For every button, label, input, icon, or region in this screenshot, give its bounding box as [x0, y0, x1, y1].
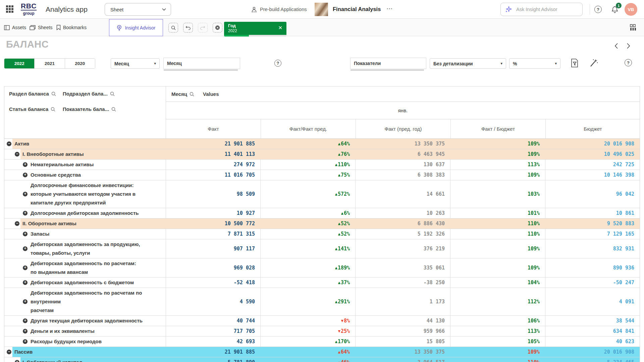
budget-value-cell[interactable]: 4 091: [545, 288, 640, 315]
expand-icon[interactable]: +: [23, 232, 28, 236]
year-button-2020[interactable]: 2020: [65, 59, 95, 68]
expand-icon[interactable]: +: [23, 339, 28, 344]
prev-year-value-cell[interactable]: 959 966: [355, 326, 450, 336]
column-header-fact-vs-prev[interactable]: Факт/Факт пред.: [261, 119, 356, 138]
row-name-cell[interactable]: +Другая текущая дебиторская задолженност…: [4, 316, 166, 326]
budget-value-cell[interactable]: 890 936: [545, 258, 640, 277]
delta-value-cell[interactable]: ▲110%: [260, 160, 355, 170]
budget-value-cell[interactable]: 10 146 398: [545, 170, 640, 180]
budget-value-cell[interactable]: 40 623: [545, 337, 640, 347]
budget-value-cell[interactable]: 832 931: [545, 239, 640, 258]
fact-vs-budget-cell[interactable]: 110%: [450, 229, 545, 239]
fact-vs-budget-cell[interactable]: 103%: [450, 180, 545, 208]
bookmarks-button[interactable]: Bookmarks: [56, 19, 87, 36]
budget-value-cell[interactable]: 10 496 025: [545, 149, 640, 159]
prev-year-value-cell[interactable]: 6 463 945: [355, 149, 450, 159]
budget-value-cell[interactable]: 20 016 908: [545, 139, 640, 149]
previous-sheet-button[interactable]: [614, 43, 618, 49]
delta-value-cell[interactable]: ▲170%: [260, 337, 355, 347]
search-icon[interactable]: [111, 107, 116, 112]
prev-year-value-cell[interactable]: 10 263: [355, 208, 450, 218]
delta-value-cell[interactable]: ▲76%: [260, 149, 355, 159]
fact-value-cell[interactable]: 11 401 113: [166, 149, 260, 159]
fact-value-cell[interactable]: 21 901 885: [166, 139, 260, 149]
prev-year-value-cell[interactable]: 15 805: [355, 337, 450, 347]
expand-icon[interactable]: +: [23, 265, 28, 270]
app-thumbnail[interactable]: [315, 3, 328, 16]
delta-value-cell[interactable]: ▲64%: [260, 347, 355, 357]
budget-value-cell[interactable]: 5 234 465: [545, 357, 640, 362]
dimension-pokazatel[interactable]: Показатель бала...: [63, 106, 116, 112]
fact-value-cell[interactable]: 10 927: [166, 208, 260, 218]
fact-vs-budget-cell[interactable]: 109%: [450, 170, 545, 180]
prev-year-value-cell[interactable]: 335 061: [355, 258, 450, 277]
search-icon[interactable]: [110, 92, 115, 96]
prev-year-value-cell[interactable]: 130 637: [355, 160, 450, 170]
column-header-prev-year[interactable]: Факт (пред. год): [356, 119, 450, 138]
row-name-cell[interactable]: −Актив: [4, 139, 166, 149]
month-listbox[interactable]: Месяц: [163, 58, 240, 69]
prev-year-value-cell[interactable]: 6 886 430: [355, 219, 450, 229]
delta-value-cell[interactable]: ▼8%: [260, 316, 355, 326]
column-header-budget[interactable]: Бюджет: [545, 119, 640, 138]
delta-value-cell[interactable]: ▲189%: [260, 258, 355, 277]
next-sheet-button[interactable]: [627, 43, 630, 49]
filter-help-button[interactable]: ?: [274, 60, 281, 67]
delta-value-cell[interactable]: ▲6%: [260, 208, 355, 218]
row-name-cell[interactable]: +Дебиторская задолженность с бюджетом: [4, 278, 166, 288]
prebuild-applications-link[interactable]: Pre-build Applications: [251, 0, 307, 19]
fact-vs-budget-cell[interactable]: 109%: [450, 239, 545, 258]
collapse-icon[interactable]: −: [15, 152, 19, 157]
smart-search-button[interactable]: [168, 23, 178, 33]
fact-value-cell[interactable]: 274 972: [166, 160, 260, 170]
search-icon[interactable]: [51, 107, 55, 112]
expand-icon[interactable]: +: [23, 162, 28, 167]
fact-value-cell[interactable]: 7 871 315: [166, 229, 260, 239]
fact-value-cell[interactable]: 11 016 705: [166, 170, 260, 180]
fact-vs-budget-cell[interactable]: 109%: [450, 149, 545, 159]
assets-button[interactable]: Assets: [4, 19, 26, 36]
sheet-selector-dropdown[interactable]: Sheet: [105, 3, 171, 16]
row-name-cell[interactable]: +Деньги и их эквиваленты: [4, 326, 166, 336]
insight-advisor-tab[interactable]: Insight Advisor: [109, 19, 163, 36]
dimension-statya[interactable]: Статья баланса: [9, 106, 55, 112]
fact-vs-budget-cell[interactable]: 105%: [450, 337, 545, 347]
fact-value-cell[interactable]: 98 509: [166, 180, 260, 208]
year-button-2021[interactable]: 2021: [34, 59, 64, 68]
row-name-cell[interactable]: +Долгосрочные финансовые инвестиции:кото…: [4, 180, 166, 208]
fact-vs-budget-cell[interactable]: 109%: [450, 347, 545, 357]
delta-value-cell[interactable]: ▲291%: [260, 288, 355, 315]
budget-value-cell[interactable]: 242 725: [545, 160, 640, 170]
more-options-button[interactable]: ⋯: [386, 5, 393, 12]
fact-value-cell[interactable]: 5 781 890: [166, 357, 260, 362]
fact-vs-budget-cell[interactable]: 110%: [450, 357, 545, 362]
sheets-button[interactable]: Sheets: [30, 19, 53, 36]
delta-value-cell[interactable]: ▲46%: [260, 357, 355, 362]
budget-value-cell[interactable]: -50 247: [545, 278, 640, 288]
delta-value-cell[interactable]: ▲52%: [260, 219, 355, 229]
row-name-cell[interactable]: +Расходы будущих периодов: [4, 337, 166, 347]
prev-year-value-cell[interactable]: -38 250: [355, 278, 450, 288]
dimension-razdel[interactable]: Раздел баланса: [9, 91, 56, 97]
fact-value-cell[interactable]: -52 418: [166, 278, 260, 288]
budget-value-cell[interactable]: 10 861: [545, 208, 640, 218]
help-button[interactable]: ?: [594, 6, 602, 13]
column-header-fact-vs-budget[interactable]: Факт / Бюджет: [450, 119, 545, 138]
prev-year-value-cell[interactable]: 14 661: [355, 180, 450, 208]
chart-help-button[interactable]: ?: [625, 59, 632, 66]
app-launcher-icon[interactable]: [6, 5, 14, 13]
prev-year-value-cell[interactable]: 44 130: [355, 316, 450, 326]
expand-icon[interactable]: +: [23, 318, 28, 323]
row-name-cell[interactable]: +Нематериальные активы: [4, 160, 166, 170]
fact-vs-budget-cell[interactable]: 112%: [450, 288, 545, 315]
column-header-fact[interactable]: Факт: [166, 119, 261, 138]
detail-level-dropdown[interactable]: Без детализации ▾: [430, 58, 506, 69]
row-name-cell[interactable]: +I. Собственный капитал: [4, 357, 166, 362]
budget-value-cell[interactable]: 7 129 165: [545, 229, 640, 239]
dimension-podrazdel[interactable]: Подраздел бала...: [63, 91, 115, 97]
expand-icon[interactable]: +: [23, 192, 28, 196]
row-name-cell[interactable]: +Запасы: [4, 229, 166, 239]
fact-vs-budget-cell[interactable]: 113%: [450, 326, 545, 336]
filter-chip-close-icon[interactable]: ✕: [278, 25, 282, 31]
filter-chip-year[interactable]: Год 2022 ✕: [224, 22, 286, 35]
